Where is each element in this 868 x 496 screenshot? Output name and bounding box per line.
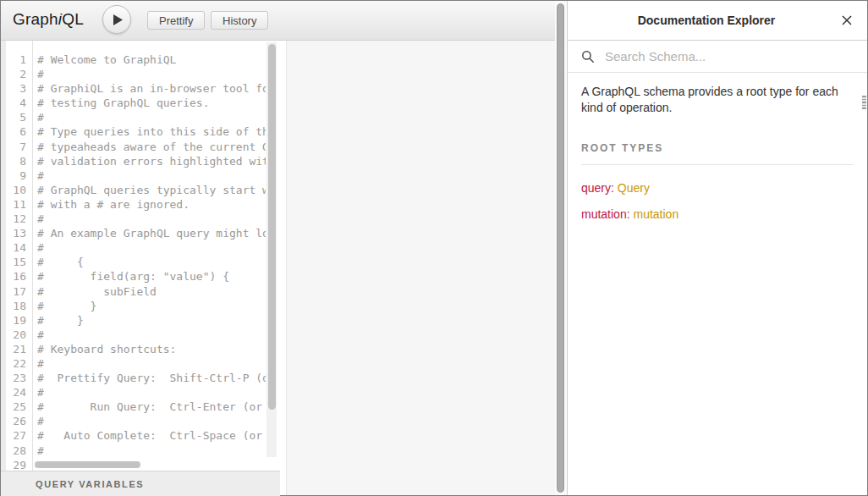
line-number: 16 xyxy=(1,269,33,284)
editor-line[interactable]: 28# xyxy=(1,444,266,458)
line-number: 11 xyxy=(1,197,33,212)
line-number: 21 xyxy=(1,342,33,356)
line-number: 28 xyxy=(1,444,33,458)
editor-line[interactable]: 2# xyxy=(1,67,266,81)
logo-text-end: QL xyxy=(62,10,84,28)
line-number: 25 xyxy=(1,400,33,414)
editor-line[interactable]: 13# An example GraphQL query might lo xyxy=(1,226,266,240)
code-text: # with a # are ignored. xyxy=(37,197,190,212)
type-link[interactable]: Query xyxy=(618,181,650,195)
line-number: 8 xyxy=(1,154,33,168)
code-text: # Run Query: Ctrl-Enter (or xyxy=(37,400,262,414)
root-type-list: query: Querymutation: mutation xyxy=(581,181,854,221)
execute-query-button[interactable] xyxy=(102,5,131,34)
doc-explorer-close-button[interactable] xyxy=(839,13,854,28)
toolbar: GraphiQL Prettify History xyxy=(1,1,555,41)
type-keyword: mutation: xyxy=(581,207,630,221)
prettify-button[interactable]: Prettify xyxy=(147,11,205,30)
query-variables-bar[interactable]: QUERY VARIABLES xyxy=(1,471,280,496)
editor-line[interactable]: 3# GraphiQL is an in-browser tool fo xyxy=(1,81,266,96)
editor-line[interactable]: 15# { xyxy=(1,255,266,269)
search-icon xyxy=(581,50,595,63)
editor-line[interactable]: 7# typeaheads aware of the current G xyxy=(1,140,266,154)
editor-line[interactable]: 20# xyxy=(1,328,266,342)
code-text: # typeaheads aware of the current G xyxy=(37,140,266,154)
schema-search-input[interactable] xyxy=(603,48,854,64)
code-text: # Welcome to GraphiQL xyxy=(37,52,176,67)
editor-line[interactable]: 21# Keyboard shortcuts: xyxy=(1,342,266,356)
line-number: 7 xyxy=(1,140,33,154)
close-icon xyxy=(841,14,853,26)
line-number: 3 xyxy=(1,81,33,96)
code-text: # xyxy=(37,212,44,226)
code-text: # } xyxy=(37,313,84,328)
editor-line[interactable]: 24# xyxy=(1,385,266,400)
code-text: # testing GraphQL queries. xyxy=(37,96,210,110)
root-type-row: mutation: mutation xyxy=(581,207,854,221)
code-text: # Keyboard shortcuts: xyxy=(37,342,176,356)
editor-line[interactable]: 25# Run Query: Ctrl-Enter (or xyxy=(1,400,266,414)
doc-panel-scrollbar-grip[interactable] xyxy=(862,96,866,109)
schema-description: A GraphQL schema provides a root type fo… xyxy=(581,84,854,116)
line-number: 20 xyxy=(1,328,33,342)
query-editor[interactable]: 1# Welcome to GraphiQL2#3# GraphiQL is a… xyxy=(1,41,280,471)
line-number: 14 xyxy=(1,240,33,255)
line-number: 27 xyxy=(1,428,33,443)
line-number: 12 xyxy=(1,212,33,226)
root-types-heading: ROOT TYPES xyxy=(581,142,854,165)
window-scrollbar-thumb[interactable] xyxy=(557,3,564,493)
editor-line[interactable]: 8# validation errors highlighted wit xyxy=(1,154,266,168)
editor-line[interactable]: 17# subField xyxy=(1,284,266,299)
editor-line[interactable]: 12# xyxy=(1,212,266,226)
code-text: # xyxy=(37,240,44,255)
editor-line[interactable]: 16# field(arg: "value") { xyxy=(1,269,266,284)
logo-text: Graph xyxy=(13,10,58,28)
type-link[interactable]: mutation xyxy=(633,207,678,221)
editor-line[interactable]: 5# xyxy=(1,110,266,124)
line-number: 29 xyxy=(1,458,33,471)
editor-line[interactable]: 11# with a # are ignored. xyxy=(1,197,266,212)
code-text: # GraphiQL is an in-browser tool fo xyxy=(37,81,266,96)
editor-line[interactable]: 26# xyxy=(1,414,266,428)
query-variables-title: QUERY VARIABLES xyxy=(36,479,144,489)
line-number: 1 xyxy=(1,52,33,67)
history-button[interactable]: History xyxy=(211,11,268,30)
line-number: 15 xyxy=(1,255,33,269)
code-text: # subField xyxy=(37,284,157,299)
editor-line[interactable]: 4# testing GraphQL queries. xyxy=(1,96,266,110)
line-number: 19 xyxy=(1,313,33,328)
code-text: # xyxy=(37,444,44,458)
editor-line[interactable]: 19# } xyxy=(1,313,266,328)
editor-line[interactable]: 18# } xyxy=(1,299,266,313)
editor-vertical-scrollbar-thumb[interactable] xyxy=(268,44,276,410)
editor-line[interactable]: 6# Type queries into this side of th xyxy=(1,124,266,139)
type-keyword: query: xyxy=(581,181,614,195)
code-text: # validation errors highlighted wit xyxy=(37,154,266,168)
play-icon xyxy=(113,14,124,26)
schema-search-row xyxy=(568,41,867,73)
line-number: 17 xyxy=(1,284,33,299)
editor-line[interactable]: 23# Prettify Query: Shift-Ctrl-P (o xyxy=(1,371,266,385)
editor-line[interactable]: 27# Auto Complete: Ctrl-Space (or xyxy=(1,428,266,443)
line-number: 13 xyxy=(1,226,33,240)
editor-horizontal-scrollbar-thumb[interactable] xyxy=(35,461,140,468)
code-text: # } xyxy=(37,299,96,313)
doc-explorer-title: Documentation Explorer xyxy=(638,14,776,27)
editor-line[interactable]: 10# GraphQL queries typically start w xyxy=(1,183,266,197)
code-text: # Type queries into this side of th xyxy=(37,124,266,139)
editor-line[interactable]: 9# xyxy=(1,168,266,183)
editor-line[interactable]: 22# xyxy=(1,356,266,371)
window-scrollbar[interactable] xyxy=(555,1,567,495)
code-text: # xyxy=(37,67,44,81)
editor-code-area[interactable]: 1# Welcome to GraphiQL2#3# GraphiQL is a… xyxy=(1,52,266,471)
graphiql-logo: GraphiQL xyxy=(13,10,84,29)
line-number: 5 xyxy=(1,110,33,124)
editor-vertical-scrollbar[interactable] xyxy=(266,42,277,457)
editor-line[interactable]: 1# Welcome to GraphiQL xyxy=(1,52,266,67)
line-number: 4 xyxy=(1,96,33,110)
editor-line[interactable]: 14# xyxy=(1,240,266,255)
doc-explorer-header: Documentation Explorer xyxy=(568,1,867,41)
code-text: # xyxy=(37,328,44,342)
code-text: # An example GraphQL query might lo xyxy=(37,226,266,240)
code-text: # xyxy=(37,110,44,124)
